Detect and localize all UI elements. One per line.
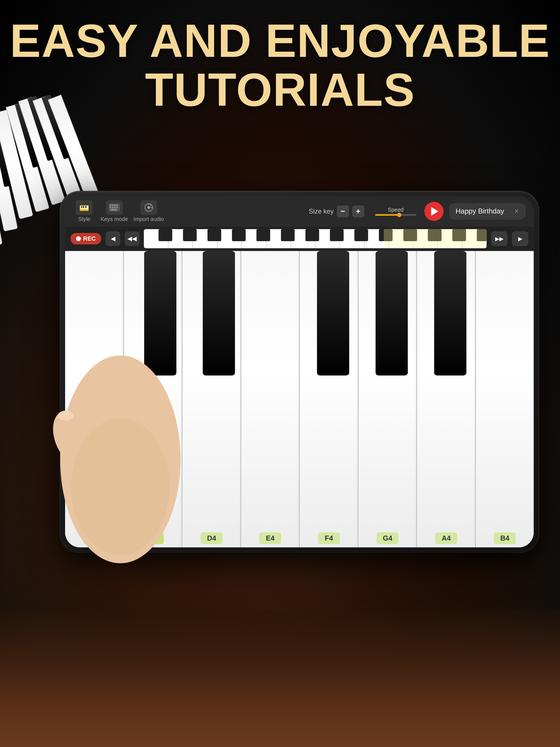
fast-forward-button[interactable]: ▶▶ [491, 231, 508, 246]
style-label: Style [78, 216, 90, 222]
key-label-b4: B4 [494, 532, 516, 544]
size-plus-button[interactable]: + [352, 205, 364, 217]
key-g4[interactable]: G4 [358, 251, 417, 547]
wood-background [0, 610, 560, 747]
import-audio-button[interactable]: ♪ Import audio [133, 200, 164, 222]
song-title: Happy Birthday [456, 207, 504, 215]
keys-mode-icon [106, 200, 123, 215]
size-minus-button[interactable]: − [337, 205, 349, 217]
style-icon [76, 200, 93, 215]
key-label-f4: F4 [318, 532, 340, 544]
play-icon [431, 207, 438, 216]
svg-rect-16 [114, 207, 116, 208]
style-button[interactable]: Style [73, 200, 95, 222]
svg-rect-42 [305, 229, 319, 241]
song-close-icon[interactable]: ✕ [514, 208, 519, 215]
svg-point-20 [147, 206, 150, 209]
svg-rect-41 [281, 229, 295, 241]
key-label-a4: A4 [435, 532, 457, 544]
svg-rect-10 [110, 205, 111, 206]
size-key-section: Size key − + [309, 205, 364, 217]
svg-rect-13 [116, 205, 118, 206]
key-label-d4: D4 [201, 532, 223, 544]
import-audio-icon: ♪ [140, 200, 157, 215]
keys-mode-label: Keys mode [101, 216, 128, 222]
key-a4[interactable]: A4 [417, 251, 476, 547]
svg-rect-17 [116, 207, 118, 208]
svg-point-58 [71, 418, 170, 555]
svg-rect-50 [384, 229, 487, 248]
rec-label: REC [83, 235, 96, 242]
back-icon: ◀ [111, 235, 116, 242]
size-key-label: Size key [309, 208, 334, 215]
svg-rect-43 [330, 229, 344, 241]
heading-line1: EASY AND ENJOYABLE [0, 17, 560, 66]
svg-rect-37 [183, 229, 197, 241]
speed-slider-fill [375, 214, 398, 216]
svg-rect-15 [112, 207, 113, 208]
mini-keyboard[interactable] [144, 229, 487, 248]
svg-rect-44 [354, 229, 368, 241]
svg-rect-36 [159, 229, 172, 241]
rewind-button[interactable]: ◀◀ [125, 231, 139, 246]
svg-rect-18 [111, 209, 117, 210]
back-button[interactable]: ◀ [105, 231, 120, 246]
svg-rect-38 [207, 229, 221, 241]
speed-slider-thumb [397, 213, 401, 217]
svg-rect-6 [81, 206, 82, 208]
svg-rect-11 [112, 205, 113, 206]
key-label-g4: G4 [377, 532, 399, 544]
svg-rect-12 [114, 205, 116, 206]
speed-slider[interactable] [375, 214, 416, 216]
rec-dot-icon [76, 236, 81, 241]
keys-mode-button[interactable]: Keys mode [101, 200, 128, 222]
speed-section: Speed [375, 207, 416, 216]
heading-section: EASY AND ENJOYABLE TUTORIALS [0, 17, 560, 114]
rewind-icon: ◀◀ [127, 235, 137, 242]
key-b4[interactable]: B4 [476, 251, 534, 547]
forward-icon: ▶ [518, 235, 522, 242]
rec-button[interactable]: REC [71, 233, 101, 244]
svg-rect-5 [86, 206, 88, 209]
song-title-box[interactable]: Happy Birthday ✕ [449, 203, 526, 220]
speed-label: Speed [388, 207, 404, 213]
fast-forward-icon: ▶▶ [495, 235, 503, 242]
svg-rect-7 [83, 206, 84, 208]
key-label-e4: E4 [259, 532, 281, 544]
forward-button[interactable]: ▶ [512, 231, 528, 246]
key-f4[interactable]: F4 [300, 251, 358, 547]
svg-rect-40 [256, 229, 270, 241]
hand-holding-tablet [38, 323, 202, 569]
import-audio-label: Import audio [133, 216, 164, 222]
play-button[interactable] [424, 202, 443, 221]
mini-keyboard-row: REC ◀ ◀◀ [65, 226, 534, 251]
svg-point-59 [58, 411, 73, 420]
heading-line2: TUTORIALS [0, 66, 560, 114]
tablet: Style [60, 191, 539, 552]
hand-svg [38, 323, 202, 569]
svg-rect-8 [85, 206, 86, 208]
svg-rect-39 [232, 229, 246, 241]
svg-rect-14 [110, 207, 111, 208]
key-e4[interactable]: E4 [241, 251, 300, 547]
top-toolbar: Style [65, 196, 534, 226]
svg-text:♪: ♪ [147, 209, 148, 212]
